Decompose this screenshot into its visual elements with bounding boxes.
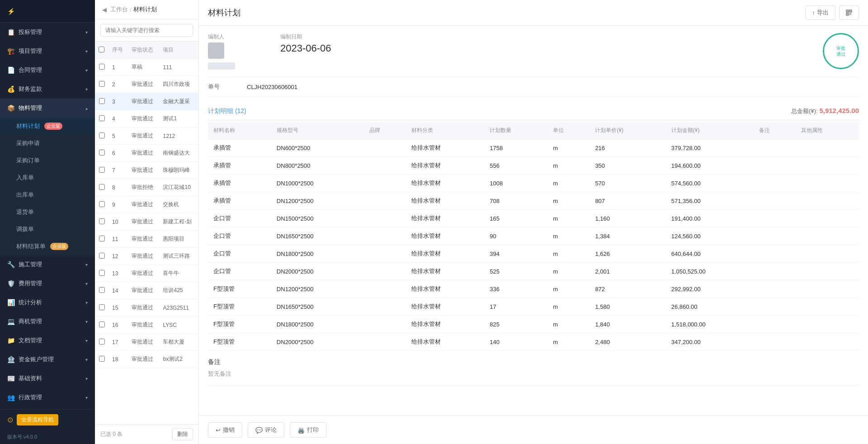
row-checkbox[interactable]: [99, 115, 105, 121]
sidebar-item-purchase-apply[interactable]: 采购申请: [0, 135, 95, 152]
row-status: 审批通过: [128, 213, 159, 231]
list-item[interactable]: 7 审批通过 珠穆朗玛峰: [95, 162, 198, 179]
row-checkbox[interactable]: [99, 218, 105, 224]
sidebar-item-material[interactable]: 📦 物料管理 ▴: [0, 99, 95, 118]
sidebar-item-purchase-order[interactable]: 采购订单: [0, 152, 95, 169]
chevron-down-icon: ▾: [85, 281, 88, 286]
sidebar-item-hr[interactable]: 👥 行政管理 ▾: [0, 388, 95, 407]
sidebar-item-accounts[interactable]: 🏦 资金账户管理 ▾: [0, 350, 95, 369]
col-status: 审批状态: [128, 42, 159, 59]
list-item[interactable]: 8 审批拒绝 滨江花城10: [95, 179, 198, 196]
list-item[interactable]: 2 审批通过 四川市政项: [95, 76, 198, 93]
breadcrumb: ◀ 工作台 / 材料计划: [95, 0, 198, 19]
col-id: 序号: [108, 42, 128, 59]
user-name-placeholder: [208, 62, 235, 70]
row-id: 8: [108, 179, 128, 196]
total-amount: 5,912,425.00: [819, 107, 859, 114]
export-button[interactable]: ↑ 导出: [806, 5, 836, 20]
cancel-button[interactable]: ↩ 撤销: [208, 422, 242, 438]
approval-stamp: 审批通过: [823, 33, 859, 69]
sidebar-item-docs[interactable]: 📁 文档管理 ▾: [0, 331, 95, 350]
delete-button[interactable]: 删除: [172, 428, 193, 440]
sidebar-item-material-settle[interactable]: 材料结算单 企业版: [0, 238, 95, 255]
list-item[interactable]: 3 审批通过 金融大厦采: [95, 93, 198, 110]
select-all-checkbox[interactable]: [99, 47, 104, 52]
row-checkbox[interactable]: [99, 64, 105, 70]
row-project: 新建工程-划: [159, 213, 198, 231]
list-item[interactable]: 9 审批通过 交换机: [95, 196, 198, 213]
sidebar-item-computer[interactable]: 💻 商机管理 ▾: [0, 312, 95, 331]
row-checkbox[interactable]: [99, 184, 105, 190]
list-item[interactable]: 10 审批通过 新建工程-划: [95, 213, 198, 231]
sidebar-item-stock-in[interactable]: 入库单: [0, 169, 95, 186]
comment-button[interactable]: 💬 评论: [248, 422, 284, 438]
row-project: 111: [159, 59, 198, 76]
row-checkbox[interactable]: [99, 167, 105, 173]
row-checkbox[interactable]: [99, 81, 105, 87]
svg-rect-8: [849, 14, 850, 15]
row-project: 测试1: [159, 110, 198, 128]
sidebar-item-material-plan[interactable]: 材料计划 企业版: [0, 118, 95, 135]
sidebar-item-stats[interactable]: 📊 统计分析 ▾: [0, 293, 95, 312]
row-checkbox[interactable]: [99, 236, 105, 241]
row-checkbox[interactable]: [99, 270, 105, 276]
collapse-icon[interactable]: ◀: [102, 6, 107, 13]
list-item[interactable]: 14 审批通过 培训425: [95, 282, 198, 299]
list-item[interactable]: 17 审批通过 车都大厦: [95, 334, 198, 351]
user-avatar: [208, 43, 224, 59]
sidebar-item-bidding[interactable]: 📋 投标管理 ▾: [0, 23, 95, 42]
print-button[interactable]: 🖨️ 打印: [290, 422, 326, 438]
sidebar-item-return[interactable]: 退货单: [0, 203, 95, 221]
main-area: ◀ 工作台 / 材料计划 序号 审批状态: [95, 0, 868, 444]
row-checkbox[interactable]: [99, 132, 105, 138]
row-checkbox[interactable]: [99, 287, 105, 293]
qr-icon: [846, 9, 852, 16]
row-id: 14: [108, 282, 128, 299]
detail-row: F型顶管 DN2000*2500 给排水管材 140 m 2,480 347,2…: [208, 333, 859, 351]
list-item[interactable]: 4 审批通过 测试1: [95, 110, 198, 128]
sidebar-item-project[interactable]: 🏗️ 项目管理 ▾: [0, 42, 95, 61]
docs-icon: 📁: [7, 337, 15, 344]
row-checkbox[interactable]: [99, 304, 105, 310]
row-checkbox[interactable]: [99, 356, 105, 362]
sidebar-material-submenu: 材料计划 企业版 采购申请 采购订单 入库单 出库单 退货单 调拨单 材料结算单…: [0, 118, 95, 255]
nav-button[interactable]: 全景流程导航: [17, 414, 58, 425]
finance-icon: 💰: [7, 85, 15, 93]
comment-icon: 💬: [255, 427, 263, 434]
sidebar-item-expense[interactable]: 🛡️ 费用管理 ▾: [0, 274, 95, 293]
detail-col-header: 品牌: [364, 122, 406, 139]
row-status: 审批通过: [128, 334, 159, 351]
remark-title: 备注: [208, 358, 859, 366]
search-input[interactable]: [100, 24, 193, 37]
version-text: 版本号:v4.0.0: [0, 430, 95, 444]
list-item[interactable]: 11 审批通过 惠阳项目: [95, 231, 198, 248]
row-checkbox[interactable]: [99, 321, 105, 327]
list-item[interactable]: 6 审批通过 南钢盛达大: [95, 145, 198, 162]
list-item[interactable]: 12 审批通过 测试三环路: [95, 248, 198, 265]
row-checkbox[interactable]: [99, 98, 105, 104]
remark-section: 备注 暂无备注: [208, 351, 859, 386]
list-item[interactable]: 15 审批通过 A23G2511: [95, 299, 198, 316]
row-project: 惠阳项目: [159, 231, 198, 248]
row-checkbox[interactable]: [99, 150, 105, 156]
row-checkbox[interactable]: [99, 339, 105, 345]
sidebar-item-finance[interactable]: 💰 财务监款 ▾: [0, 80, 95, 99]
qr-button[interactable]: [839, 5, 859, 20]
list-item[interactable]: 16 审批通过 LYSC: [95, 316, 198, 334]
row-checkbox[interactable]: [99, 201, 105, 207]
sidebar-item-construction[interactable]: 🔧 施工管理 ▾: [0, 255, 95, 274]
chevron-down-icon: ▾: [85, 68, 88, 73]
list-item[interactable]: 18 审批通过 bx测试2: [95, 351, 198, 368]
svg-rect-5: [847, 14, 848, 15]
plan-header: 计划明细 (12) 总金额(¥): 5,912,425.00: [208, 102, 859, 120]
row-project: 金融大厦采: [159, 93, 198, 110]
sidebar-item-adjust[interactable]: 调拨单: [0, 221, 95, 238]
sidebar-item-contract[interactable]: 📄 合同管理 ▾: [0, 61, 95, 80]
sidebar: ⚡ 📋 投标管理 ▾ 🏗️ 项目管理 ▾ 📄 合同管理 ▾ 💰 财务监款 ▾ 📦: [0, 0, 95, 444]
sidebar-item-stock-out[interactable]: 出库单: [0, 186, 95, 203]
list-item[interactable]: 1 草稿 111: [95, 59, 198, 76]
row-checkbox[interactable]: [99, 253, 105, 259]
list-item[interactable]: 5 审批通过 1212: [95, 128, 198, 145]
list-item[interactable]: 13 审批通过 喜牛牛: [95, 265, 198, 282]
sidebar-item-basic[interactable]: 📰 基础资料 ▾: [0, 369, 95, 388]
